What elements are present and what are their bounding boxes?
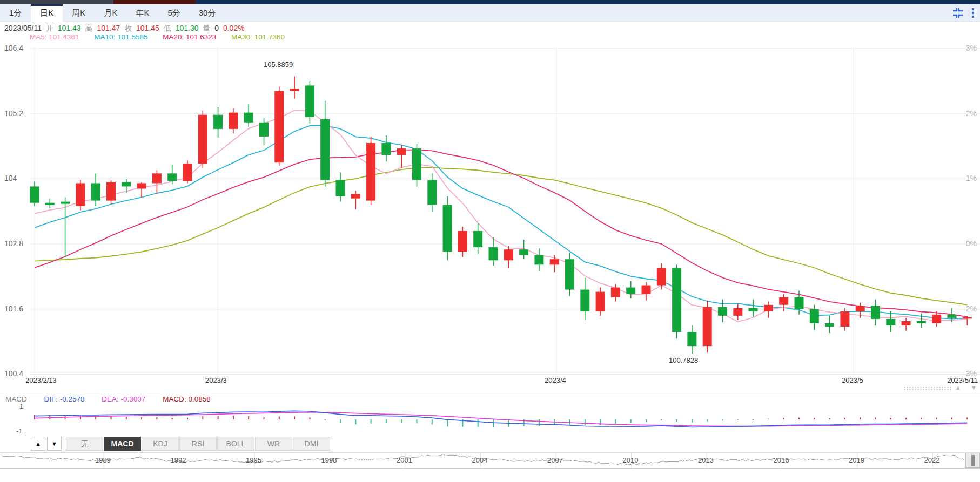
top-strip-segment: [196, 0, 980, 4]
period-tab-1分[interactable]: 1分: [0, 4, 31, 22]
candle: [902, 318, 911, 331]
candle: [825, 316, 834, 333]
macd-dif-value: DIF: -0.2578: [44, 395, 85, 403]
x-axis-date-label: 2023/2/13: [25, 376, 57, 384]
candle: [504, 246, 513, 268]
candlestick-chart[interactable]: 106.43%105.22%1041%102.80%101.6-2%100.4-…: [0, 41, 980, 375]
candle: [167, 165, 177, 184]
candle: [305, 81, 314, 123]
candle: [886, 311, 895, 332]
volume-value: 0: [214, 24, 219, 32]
period-tab-月K[interactable]: 月K: [95, 4, 126, 22]
candle: [213, 107, 223, 138]
indicator-tab-KDJ[interactable]: KDJ: [142, 437, 179, 451]
period-tabbar: 1分日K周K月K年K5分30分: [0, 4, 980, 22]
pane-collapse-down-icon[interactable]: ▼: [971, 384, 977, 391]
candle: [565, 253, 574, 296]
candle: [274, 86, 284, 166]
timeline-year-label: 1998: [321, 456, 337, 464]
history-timeline-scrubber[interactable]: 1989199219951998200120042007201020132016…: [0, 452, 980, 469]
period-tab-30分[interactable]: 30分: [190, 4, 225, 22]
indicator-tab-MACD[interactable]: MACD: [104, 437, 141, 451]
timeline-year-label: 2013: [698, 456, 714, 464]
window-top-strip: [0, 0, 980, 4]
top-strip-segment: [113, 0, 196, 4]
candle: [137, 182, 146, 197]
high-value: 101.47: [97, 24, 120, 32]
period-tab-年K[interactable]: 年K: [126, 4, 158, 22]
timeline-year-label: 2001: [397, 456, 412, 464]
candle: [932, 311, 941, 327]
candle: [198, 111, 207, 168]
indicator-tab-DMI[interactable]: DMI: [293, 437, 330, 451]
period-tabs-container: 1分日K周K月K年K5分30分: [0, 4, 225, 13]
candle: [244, 104, 253, 127]
candle: [534, 248, 543, 271]
ma30-value: MA30: 101.7360: [231, 33, 285, 41]
candle: [626, 281, 635, 298]
candle: [366, 137, 375, 205]
x-axis-date-row: ▲ ▼ 2023/2/132023/32023/42023/52023/5/11: [0, 375, 980, 393]
quote-info-row: 2023/05/11 开 101.43 高 101.47 收 101.45 低 …: [4, 24, 247, 32]
volume-label: 量: [203, 24, 210, 32]
close-label: 收: [124, 24, 132, 32]
macd-pane-title: MACD: [5, 395, 27, 403]
candle: [76, 180, 85, 210]
candle: [642, 282, 651, 301]
ma30-line: [35, 167, 967, 305]
candle: [749, 300, 758, 317]
period-tab-周K[interactable]: 周K: [63, 4, 95, 22]
pane-collapse-up-icon[interactable]: ▲: [955, 384, 961, 391]
indicator-tabbar: ▲ ▼ 无MACDKDJRSIBOLLWRDMI: [0, 436, 980, 452]
candle: [397, 145, 406, 168]
candle: [963, 316, 972, 325]
candle: [519, 240, 528, 259]
top-strip-segment: [0, 0, 113, 4]
candle: [840, 308, 849, 331]
ma20-value: MA20: 101.6323: [163, 33, 216, 41]
indicator-tab-BOLL[interactable]: BOLL: [217, 437, 254, 451]
candle: [381, 135, 391, 161]
candle: [473, 223, 482, 254]
timeline-year-label: 2022: [924, 456, 940, 464]
x-axis-date-label: 2023/5: [842, 376, 863, 384]
macd-indicator-pane[interactable]: MACD DIF: -0.2578 DEA: -0.3007 MACD: 0.0…: [0, 393, 980, 436]
kebab-menu-icon[interactable]: [971, 7, 975, 19]
period-tab-5分[interactable]: 5分: [158, 4, 189, 22]
candlestick-plot-svg: [0, 41, 980, 375]
candle: [106, 180, 116, 203]
candle: [290, 77, 299, 99]
open-value: 101.43: [58, 24, 81, 32]
macd-dea-value: DEA: -0.3007: [102, 395, 145, 403]
indicator-down-button[interactable]: ▼: [47, 437, 62, 451]
candle: [152, 170, 162, 194]
candle: [229, 108, 238, 133]
macd-hist-value: MACD: 0.0858: [163, 395, 211, 403]
period-tab-日K[interactable]: 日K: [31, 4, 63, 22]
macd-plot-area: [0, 403, 980, 436]
timeline-year-label: 2016: [774, 456, 789, 464]
ma-values-row: MA5: 101.4361 MA10: 101.5585 MA20: 101.6…: [30, 33, 298, 42]
candle: [458, 227, 467, 257]
macd-plot-svg: [0, 403, 980, 436]
high-label: 高: [85, 24, 93, 32]
timeline-year-label: 2004: [472, 456, 488, 464]
indicator-tab-无[interactable]: 无: [66, 437, 103, 451]
candle: [871, 300, 880, 325]
x-axis-date-label: 2023/4: [545, 376, 566, 384]
open-label: 开: [46, 24, 53, 32]
candle: [596, 288, 605, 316]
collapse-icon[interactable]: [952, 7, 964, 19]
indicator-tab-WR[interactable]: WR: [255, 437, 292, 451]
indicator-tab-RSI[interactable]: RSI: [179, 437, 217, 451]
close-value: 101.45: [136, 24, 159, 32]
quote-date: 2023/05/11: [4, 24, 42, 32]
indicator-up-button[interactable]: ▲: [31, 437, 45, 451]
timeline-year-label: 2010: [623, 456, 639, 464]
timeline-year-label: 2019: [849, 456, 864, 464]
low-label: 低: [164, 24, 171, 32]
candle: [443, 196, 452, 261]
candle: [91, 173, 100, 206]
ma10-line: [35, 126, 967, 319]
pane-resize-handle[interactable]: [903, 386, 951, 391]
